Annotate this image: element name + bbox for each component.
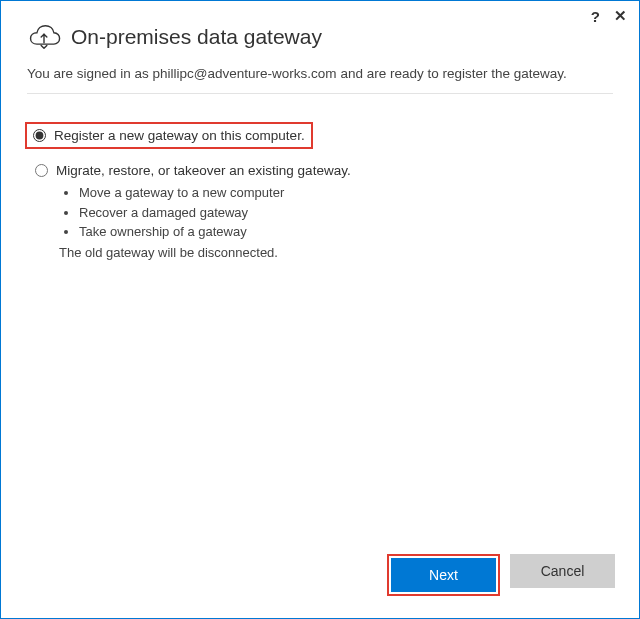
dialog-title: On-premises data gateway <box>71 25 322 49</box>
radio-register[interactable] <box>33 129 46 142</box>
migrate-bullet: Take ownership of a gateway <box>79 222 613 242</box>
migrate-note: The old gateway will be disconnected. <box>59 243 613 263</box>
signed-in-text: You are signed in as phillipc@adventure-… <box>27 65 613 83</box>
divider <box>27 93 613 94</box>
close-icon[interactable]: ✕ <box>614 7 627 25</box>
option-register-highlight: Register a new gateway on this computer. <box>25 122 313 149</box>
next-button-highlight: Next <box>387 554 500 596</box>
migrate-bullet: Recover a damaged gateway <box>79 203 613 223</box>
radio-migrate-label: Migrate, restore, or takeover an existin… <box>56 163 351 178</box>
next-button[interactable]: Next <box>391 558 496 592</box>
dialog-header: On-premises data gateway <box>27 23 613 51</box>
migrate-description: Move a gateway to a new computer Recover… <box>59 183 613 262</box>
help-icon[interactable]: ? <box>591 8 600 25</box>
user-email: phillipc@adventure-works.com <box>153 66 337 81</box>
migrate-bullet: Move a gateway to a new computer <box>79 183 613 203</box>
option-migrate[interactable]: Migrate, restore, or takeover an existin… <box>31 161 613 180</box>
radio-register-label: Register a new gateway on this computer. <box>54 128 305 143</box>
cloud-gateway-icon <box>27 23 61 51</box>
cancel-button[interactable]: Cancel <box>510 554 615 588</box>
radio-migrate[interactable] <box>35 164 48 177</box>
